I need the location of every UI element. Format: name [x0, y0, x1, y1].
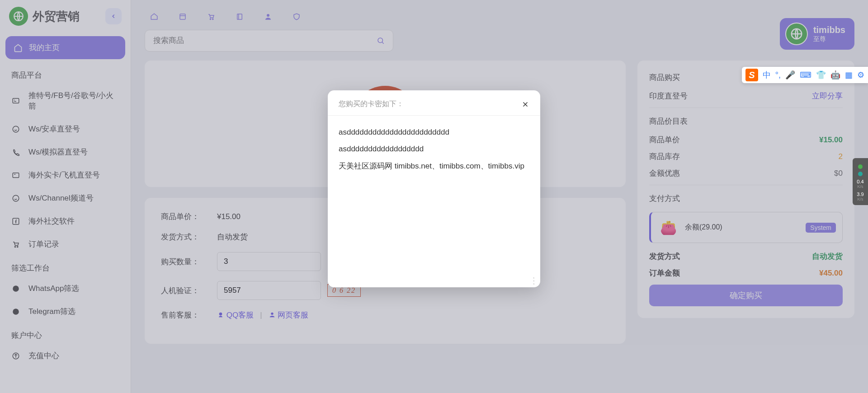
sogou-logo-icon: S	[745, 69, 758, 81]
card-key-line: 天美社区源码网 timibbs.net、timibbs.com、timibbs.…	[339, 158, 529, 174]
ime-lang-indicator[interactable]: 中	[763, 70, 771, 80]
modal-body: asdddddddddddddddddddddddd asddddddddddd…	[328, 116, 540, 287]
card-key-line: asdddddddddddddddddd	[339, 140, 529, 157]
upload-speed: 0.4 K/s	[854, 179, 867, 189]
modal-overlay[interactable]: 您购买的卡密如下： asdddddddddddddddddddddddd asd…	[0, 0, 868, 393]
ime-keyboard-icon[interactable]: ⌨	[800, 70, 811, 80]
card-key-line: asdddddddddddddddddddddddd	[339, 124, 529, 140]
status-dot-green	[858, 164, 863, 169]
ime-mic-icon[interactable]: 🎤	[785, 70, 795, 80]
ime-robot-icon[interactable]: 🤖	[830, 70, 840, 80]
ime-settings-icon[interactable]: ⚙	[857, 70, 864, 80]
ime-punct-icon[interactable]: °,	[775, 70, 781, 80]
ime-toolbar[interactable]: S 中 °, 🎤 ⌨ 👕 🤖 ▦ ⚙	[742, 67, 868, 83]
download-speed: 3.9 K/s	[854, 192, 867, 201]
modal-title: 您购买的卡密如下：	[339, 99, 404, 109]
card-keys-modal: 您购买的卡密如下： asdddddddddddddddddddddddd asd…	[328, 90, 540, 287]
network-speed-indicator[interactable]: 0.4 K/s 3.9 K/s	[853, 158, 868, 205]
modal-header: 您购买的卡密如下：	[328, 90, 540, 116]
ime-grid-icon[interactable]: ▦	[845, 70, 853, 80]
close-icon	[521, 100, 529, 108]
modal-close-button[interactable]	[521, 100, 529, 108]
status-dot-teal	[858, 172, 863, 176]
ime-shirt-icon[interactable]: 👕	[816, 70, 826, 80]
